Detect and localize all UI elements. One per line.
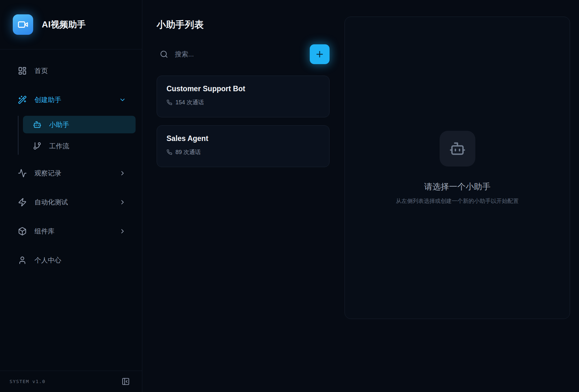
add-assistant-button[interactable] (310, 44, 330, 64)
chevron-right-icon (119, 170, 126, 177)
sidebar-item-home[interactable]: 首页 (6, 62, 136, 80)
assistant-meta: 154 次通话 (167, 99, 320, 106)
panel-left-close-icon (122, 377, 130, 386)
zap-icon (18, 198, 27, 207)
assistant-name: Customer Support Bot (167, 85, 320, 93)
sidebar: AI视频助手 首页 创建助手 (0, 0, 142, 392)
bot-icon (449, 140, 466, 157)
phone-icon (167, 149, 172, 155)
sidebar-item-automated-testing[interactable]: 自动化测试 (6, 193, 136, 211)
assistant-detail-panel: 请选择一个小助手 从左侧列表选择或创建一个新的小助手以开始配置 (345, 17, 570, 319)
page-title: 小助手列表 (157, 18, 330, 31)
app-logo (13, 14, 33, 35)
sidebar-item-observation-records[interactable]: 观察记录 (6, 164, 136, 182)
sidebar-item-personal-center[interactable]: 个人中心 (6, 251, 136, 269)
chevron-right-icon (119, 199, 126, 206)
assistant-meta: 89 次通话 (167, 148, 320, 156)
sidebar-subitem-label: 工作流 (49, 142, 69, 151)
assistant-name: Sales Agent (167, 134, 320, 143)
search-row (157, 44, 330, 64)
wand-sparkles-icon (18, 95, 27, 104)
empty-state-subtitle: 从左侧列表选择或创建一个新的小助手以开始配置 (396, 197, 519, 205)
sidebar-item-label: 自动化测试 (34, 198, 68, 207)
assistant-call-count: 89 次通话 (175, 148, 201, 156)
video-camera-icon (18, 19, 28, 30)
assistant-call-count: 154 次通话 (175, 99, 204, 106)
dashboard-icon (18, 66, 27, 75)
chevron-down-icon (119, 96, 126, 103)
sidebar-footer: SYSTEM v1.0 (0, 371, 142, 392)
assistant-list-column: 小助手列表 Customer Support Bot (157, 17, 330, 392)
search-input[interactable] (174, 50, 310, 58)
assistant-card[interactable]: Customer Support Bot 154 次通话 (157, 76, 330, 117)
sidebar-item-component-library[interactable]: 组件库 (6, 222, 136, 240)
sidebar-item-label: 个人中心 (34, 256, 61, 265)
empty-state-title: 请选择一个小助手 (424, 181, 491, 192)
sidebar-item-label: 首页 (34, 66, 48, 75)
empty-state-icon-box (440, 131, 475, 166)
phone-icon (167, 100, 172, 105)
box-icon (18, 227, 27, 236)
sidebar-item-label: 观察记录 (34, 169, 61, 178)
sidebar-item-create-assistant[interactable]: 创建助手 (6, 91, 136, 109)
bot-icon (33, 120, 41, 129)
app-title: AI视频助手 (42, 19, 86, 30)
create-assistant-submenu: 小助手 工作流 (23, 116, 136, 155)
sidebar-subitem-label: 小助手 (49, 120, 69, 129)
main-content: 小助手列表 Customer Support Bot (142, 0, 579, 392)
git-branch-icon (33, 142, 41, 150)
system-version-label: SYSTEM v1.0 (10, 379, 46, 384)
logo-section: AI视频助手 (0, 0, 142, 49)
chevron-right-icon (119, 228, 126, 235)
sidebar-subitem-workflow[interactable]: 工作流 (23, 137, 136, 155)
assistant-card[interactable]: Sales Agent 89 次通话 (157, 125, 330, 167)
plus-icon (315, 49, 324, 59)
app-window: AI视频助手 首页 创建助手 (0, 0, 579, 392)
sidebar-subitem-assistant[interactable]: 小助手 (23, 116, 136, 133)
sidebar-item-label: 组件库 (34, 227, 55, 236)
sidebar-nav: 首页 创建助手 小助手 (0, 49, 142, 371)
search-icon (160, 50, 168, 58)
user-icon (18, 256, 27, 265)
assistant-cards: Customer Support Bot 154 次通话 Sales Agent (157, 76, 330, 167)
collapse-sidebar-button[interactable] (122, 377, 130, 386)
sidebar-item-label: 创建助手 (34, 95, 61, 104)
activity-icon (18, 169, 27, 178)
